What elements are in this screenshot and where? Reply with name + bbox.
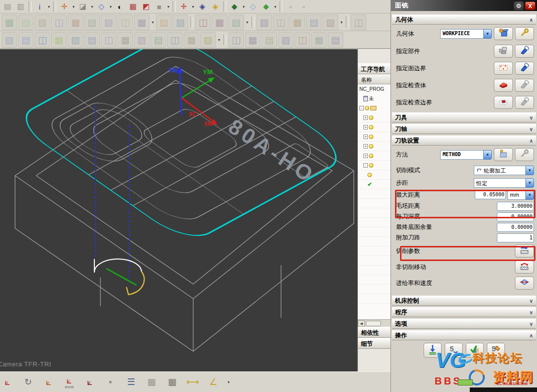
tree-row[interactable]: - xyxy=(358,161,390,170)
tb1-gray-2[interactable]: ▫ xyxy=(298,1,310,12)
tb3-04[interactable]: ▦ xyxy=(51,32,67,48)
tree-row[interactable]: 未 xyxy=(358,94,390,103)
wrench-yellow-button[interactable] xyxy=(515,27,534,40)
tree-row[interactable]: + xyxy=(358,151,390,161)
expand-icon[interactable]: + xyxy=(363,144,368,149)
csys-orient-icon[interactable]: ✛ xyxy=(178,1,190,12)
tb2-19[interactable]: ▨ xyxy=(323,15,338,30)
check-boundary-red-button[interactable] xyxy=(494,96,513,109)
tb3-07[interactable]: ◫ xyxy=(101,32,116,48)
collapse-icon[interactable]: - xyxy=(359,106,364,110)
expand-chevron-icon[interactable]: ∨ xyxy=(529,115,533,120)
section-actions[interactable]: 操作∧ xyxy=(392,330,536,340)
tb3-18[interactable]: ◫ xyxy=(295,32,310,48)
dropdown-arrow-icon[interactable]: ▾ xyxy=(273,5,278,9)
replay-button[interactable]: 5 xyxy=(445,343,463,358)
tb3-09[interactable]: ▨ xyxy=(134,32,150,48)
flashlight-gray-button[interactable] xyxy=(515,96,534,109)
tb2-12[interactable]: ◫ xyxy=(195,15,211,30)
collapse-chevron-icon[interactable]: ∧ xyxy=(529,138,533,144)
wireframe-display-icon[interactable]: ◇ xyxy=(95,1,107,12)
tb3-08[interactable]: ▦ xyxy=(117,32,133,48)
chevron-down-icon[interactable]: ▼ xyxy=(483,29,492,39)
tb2-14[interactable]: ▤ xyxy=(228,15,244,30)
tb2-13[interactable]: ▦ xyxy=(212,15,227,30)
flashlight-gray-button[interactable] xyxy=(515,79,534,92)
expand-icon[interactable]: + xyxy=(363,125,368,129)
tree-row[interactable]: + xyxy=(358,132,390,142)
dropdown-arrow-icon[interactable]: ▾ xyxy=(226,380,231,384)
dialog-titlebar[interactable]: 面铣 ⚙ X xyxy=(391,0,537,11)
section-tool[interactable]: 刀具∨ xyxy=(392,112,536,122)
tree-row[interactable]: - xyxy=(358,103,390,113)
tb3-11[interactable]: ◫ xyxy=(167,32,183,48)
tree-row[interactable]: + xyxy=(358,113,390,122)
tab-dependencies[interactable]: 相依性 xyxy=(358,327,390,338)
tb2-08[interactable]: ◫ xyxy=(117,15,133,30)
close-icon[interactable]: X xyxy=(525,2,535,10)
pan-gray-icon[interactable]: ◪ xyxy=(77,1,89,12)
wcs-save-icon[interactable]: ⟀ xyxy=(82,374,97,389)
tb3-17[interactable]: ▨ xyxy=(278,32,294,48)
tb3-13[interactable]: ▨ xyxy=(200,32,216,48)
facet-body-red-icon[interactable]: ◩ xyxy=(140,1,152,12)
dropdown-arrow-icon[interactable]: ▾ xyxy=(245,20,249,25)
tb2-16[interactable]: ◫ xyxy=(273,15,289,30)
dropdown-arrow-icon[interactable]: ▾ xyxy=(166,5,171,9)
tb2-06[interactable]: ▤ xyxy=(84,15,100,30)
operation-tree[interactable]: NC_PROG未-+++++-✔ xyxy=(358,84,390,319)
tb2-20[interactable]: ◫ xyxy=(351,15,366,30)
check-body-red-button[interactable] xyxy=(494,79,513,92)
max-distance-row-value[interactable]: 0.05000 xyxy=(475,190,506,199)
measure-distance-icon[interactable]: ⟷ xyxy=(185,374,200,389)
flashlight-blue-button[interactable] xyxy=(515,45,534,58)
snap-green-icon[interactable]: ◆ xyxy=(260,1,272,12)
fit-view-icon[interactable]: ✛ xyxy=(58,1,70,12)
tb3-15[interactable]: ▦ xyxy=(245,32,260,48)
tb3-12[interactable]: ▦ xyxy=(184,32,199,48)
navigator-hscrollbar[interactable]: ◀ xyxy=(358,319,390,327)
chevron-down-icon[interactable]: ▼ xyxy=(483,150,492,160)
tb1-gray-1[interactable]: ▫ xyxy=(285,1,297,12)
tb3-20[interactable]: ▤ xyxy=(328,32,343,48)
info-notebook-icon[interactable]: i xyxy=(34,1,46,12)
tb2-01[interactable]: ▦ xyxy=(2,15,17,30)
tb3-05[interactable]: ▨ xyxy=(68,32,83,48)
max-distance-row-unit-dropdown[interactable]: mm▼ xyxy=(507,190,534,200)
graphics-viewport[interactable]: YM ZM XC XM 80A-HO Camera TFR-TRI xyxy=(0,49,357,371)
noncut-moves-button[interactable] xyxy=(515,260,534,274)
layer-category-icon[interactable]: ▦ xyxy=(165,374,180,389)
wcs-rotate-icon[interactable]: ↻ xyxy=(21,374,36,389)
chevron-down-icon[interactable]: ▼ xyxy=(525,166,534,175)
facet-body-gray-icon[interactable]: ■ xyxy=(153,1,165,12)
tb2-11[interactable]: ▨ xyxy=(173,15,188,30)
expand-chevron-icon[interactable]: ∨ xyxy=(529,298,533,304)
tree-row[interactable]: + xyxy=(358,142,390,151)
shaded-display-icon[interactable]: ◐ xyxy=(114,1,126,12)
expand-icon[interactable]: + xyxy=(363,115,368,120)
tree-row[interactable]: NC_PROG xyxy=(358,84,390,94)
collapse-chevron-icon[interactable]: ∧ xyxy=(529,333,533,338)
dropdown-arrow-icon[interactable]: ▾ xyxy=(108,5,113,9)
geometry-row-dropdown[interactable]: WORKPIECE▼ xyxy=(440,29,492,39)
tb2-03[interactable]: ▨ xyxy=(35,15,50,30)
cut-levels-button[interactable] xyxy=(494,148,513,161)
part-gray-button[interactable] xyxy=(494,45,513,58)
dropdown-arrow-icon[interactable]: ▾ xyxy=(217,38,221,42)
section-program[interactable]: 程序∨ xyxy=(392,307,536,317)
expand-icon[interactable]: + xyxy=(363,135,368,139)
method-row-dropdown[interactable]: METHOD▼ xyxy=(440,150,492,160)
tb2-04[interactable]: ◫ xyxy=(51,15,67,30)
expand-icon[interactable]: + xyxy=(363,154,368,158)
wcs-origin-icon[interactable]: ⟀(0,0,0) xyxy=(62,374,77,389)
tb3-03[interactable]: ◫ xyxy=(35,32,50,48)
dropdown-arrow-icon[interactable]: ▾ xyxy=(71,5,76,9)
wrench-gray-button[interactable] xyxy=(515,148,534,161)
dropdown-arrow-icon[interactable]: ▾ xyxy=(47,5,51,9)
dropdown-arrow-icon[interactable]: ▾ xyxy=(339,20,344,25)
feeds-speeds-button[interactable] xyxy=(515,277,534,290)
tb3-14[interactable]: ◫ xyxy=(228,32,244,48)
expand-chevron-icon[interactable]: ∨ xyxy=(529,310,533,315)
section-path-settings[interactable]: 刀轨设置∧ xyxy=(392,136,536,146)
section-machine-control[interactable]: 机床控制∨ xyxy=(392,296,536,306)
